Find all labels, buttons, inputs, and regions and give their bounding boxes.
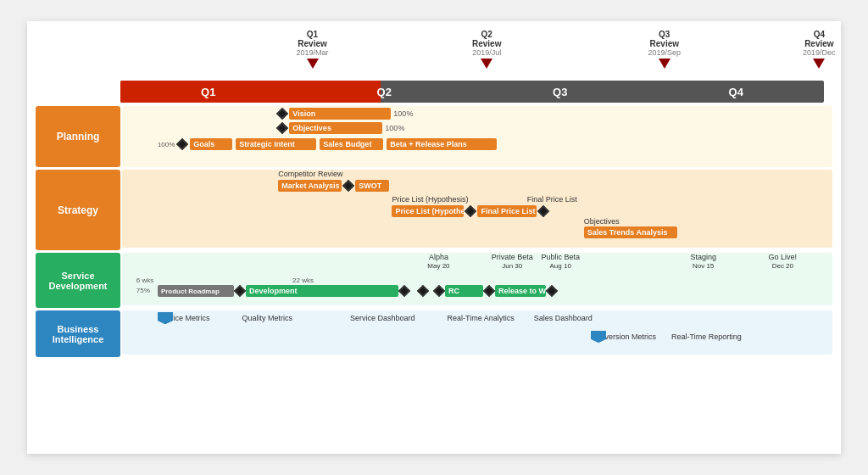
q4-review-date: 2019/Dec [803,48,836,57]
planning-bottom-row: 100% Goals Strategic Intent Sales Budget… [158,138,497,150]
objectives-milestone [276,122,288,134]
swot-bar: SWOT [355,180,389,192]
planning-content: Vision 100% Objectives 100% 100% [122,106,832,167]
q2-review-label: Q2 Review [472,30,501,48]
q3-triangle [659,59,670,69]
sales-budget-bar: Sales Budget [320,138,383,150]
q4-triangle [813,59,825,69]
development-bar: Development [246,285,398,297]
service-milestone-1 [234,285,246,297]
q2-label: Q2 [297,86,473,98]
q1-label: Q1 [120,86,297,98]
sales-trends-bar: Sales Trends Analysis [584,226,677,238]
biz-model-area: Price List (Hypothesis) Final Price List [392,205,548,217]
service-label: Service Development [36,253,120,308]
sales-dashboard-text: Sales Dashboard [534,314,593,322]
strategy-milestone-2 [465,205,476,217]
q1-triangle [307,59,319,69]
seventy-five-pct-label: 75% [136,287,150,294]
six-wks-label: 6 wks [136,277,153,284]
q1-review-date: 2019/Mar [297,48,329,57]
objectives-area: Objectives 100% [278,122,404,134]
beta-release-bar: Beta + Release Plans [387,138,497,150]
business-model-bar: Price List (Hypothesis) [392,205,464,217]
strategy-objectives-label: Objectives [584,217,620,226]
vision-milestone [276,108,288,120]
bi-row2: Conversion Metrics Real-Time Reporting [591,332,742,341]
bi-content: Service Metrics Quality Metrics Service … [122,310,832,355]
planning-label-text: Planning [57,131,100,142]
q3-review-label: Q3 Review [648,30,682,48]
market-analysis-area: Market Analysis SWOT [278,180,389,192]
strategy-row: Strategy Competitor Review Market Analys… [36,170,832,250]
release-to-web-bar: Release to Web [495,285,546,297]
price-research-bar: Final Price List [477,205,537,217]
planning-label: Planning [36,106,120,167]
product-roadmap-bar: Product Roadmap [158,285,234,297]
twentytwo-wks-label: 22 wks [292,277,314,284]
rc-bar: RC [445,285,483,297]
q4-label: Q4 [648,86,825,98]
vision-bar: Vision [289,108,391,120]
bi-row1: Service Metrics Quality Metrics Service … [158,314,593,322]
public-beta-label: Public BetaAug 10 [541,253,580,270]
objectives-pct: 100% [385,124,404,132]
strategy-label: Strategy [36,170,120,250]
strategic-intent-bar: Strategic Intent [236,138,316,150]
service-milestone-6 [546,285,558,297]
staging-label: StagingNov 15 [690,253,716,270]
service-row: Service Development AlphaMay 20 Private … [36,253,832,308]
price-list-hyp-label: Price List (Hypothesis) [392,195,468,204]
competitor-review-label: Competitor Review [278,170,342,178]
service-milestone-3 [417,285,429,297]
q2-review-date: 2019/Jul [472,48,501,57]
bi-row: Business Intelligence Service Metrics Qu… [36,310,832,357]
vision-pct: 100% [393,109,413,118]
strategy-milestone-1 [342,180,354,192]
strategy-label-text: Strategy [58,204,98,216]
service-dashboard-text: Service Dashboard [350,314,415,322]
service-label-text: Service Development [39,271,117,291]
service-bars: Product Roadmap Development RC [158,285,556,297]
q1-review-label: Q1 Review [297,30,329,48]
goals-pct-label: 100% [158,141,175,148]
service-content: AlphaMay 20 Private BetaJun 30 Public Be… [122,253,832,305]
service-milestone-5 [483,285,495,297]
goals-bar: Goals [190,138,232,150]
q3-review-date: 2019/Sep [648,48,682,57]
timeline-header: Q1 Review 2019/Mar Q2 Review 2019/Jul Q3… [120,30,824,81]
strategy-content: Competitor Review Market Analysis SWOT P… [122,170,832,248]
final-price-list-label: Final Price List [527,195,577,204]
bi-label: Business Intelligence [36,310,120,357]
vision-area: Vision 100% [278,108,413,120]
service-milestone-2 [398,285,410,297]
realtime-analytics-text: Real-Time Analytics [447,314,514,322]
goals-milestone [176,138,188,150]
quality-metrics-text: Quality Metrics [242,314,292,322]
chart-container: Q1 Review 2019/Mar Q2 Review 2019/Jul Q3… [27,21,841,454]
golive-label: Go Live!Dec 20 [769,253,798,270]
sales-trends-area: Sales Trends Analysis [584,226,677,238]
objectives-bar: Objectives [289,122,382,134]
bi-label-text: Business Intelligence [39,324,117,344]
private-beta-label: Private BetaJun 30 [492,253,533,270]
planning-row: Planning Vision 100% Objectives [36,106,832,167]
q4-review-label: Q4 Review [803,30,836,48]
alpha-label: AlphaMay 20 [427,253,449,270]
rows-container: Planning Vision 100% Objectives [36,106,832,357]
q3-label: Q3 [472,86,648,98]
strategy-milestone-3 [537,205,549,217]
q2-triangle [481,59,492,69]
service-milestone-4 [433,285,445,297]
realtime-reporting-text: Real-Time Reporting [671,332,742,341]
quarter-labels: Q1 Q2 Q3 Q4 [120,81,824,103]
quarter-bar: Q1 Q2 Q3 Q4 [120,81,824,103]
market-analysis-bar: Market Analysis [278,180,342,192]
